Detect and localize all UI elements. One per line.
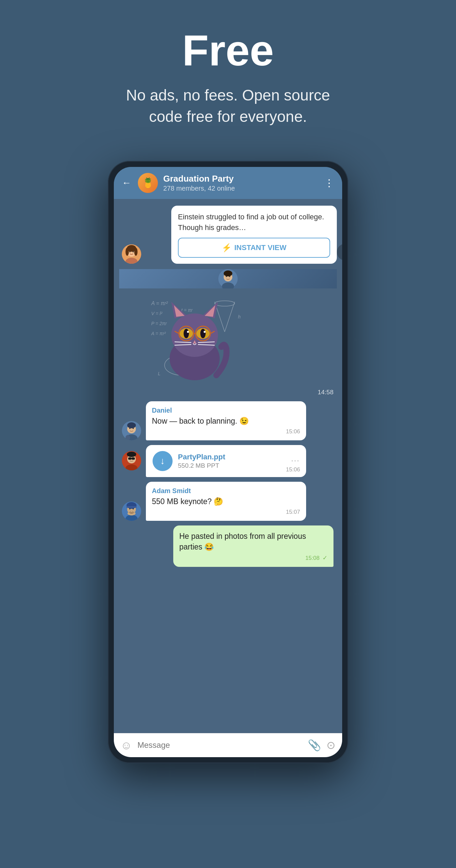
file-more-button[interactable]: ⋯ <box>291 456 299 466</box>
file-info: PartyPlan.ppt 550.2 MB PPT <box>178 453 285 469</box>
svg-point-38 <box>200 329 206 338</box>
sticker-time: 14:58 <box>145 389 337 396</box>
emoji-button[interactable]: ☺ <box>121 739 132 752</box>
group-avatar-emoji: 🍍 <box>142 177 154 188</box>
group-info: Graduation Party 278 members, 42 online <box>163 174 317 192</box>
hero-title: Free <box>13 27 443 74</box>
phone-inner: ← 🍍 Graduation Party 278 members, 42 onl… <box>114 167 342 757</box>
sticker-inner: A = πr² V = l² P = 2πr A = πr² t = πr θ <box>145 288 251 389</box>
message-checkmark: ✓ <box>323 555 328 561</box>
article-bubble-wrapper: Einstein struggled to find a job out of … <box>145 206 337 264</box>
file-name: PartyPlan.ppt <box>178 453 285 461</box>
svg-point-39 <box>187 331 189 333</box>
chat-header: ← 🍍 Graduation Party 278 members, 42 onl… <box>114 167 342 199</box>
adam-avatar-svg <box>122 501 141 521</box>
group-name: Graduation Party <box>163 174 317 184</box>
daniel-message-time: 15:06 <box>152 428 300 435</box>
daniel-message-text: Now — back to planning. 😉 <box>152 416 300 426</box>
own-message-row: He pasted in photos from all previous pa… <box>119 525 337 567</box>
user-avatar-adam <box>122 501 141 521</box>
article-text: Einstein struggled to find a job out of … <box>178 212 330 233</box>
daniel-avatar-svg <box>122 421 141 440</box>
svg-point-40 <box>204 331 206 333</box>
daniel-message-bubble: Daniel Now — back to planning. 😉 15:06 <box>146 401 306 440</box>
group-meta: 278 members, 42 online <box>163 185 317 192</box>
article-message-row: Einstein struggled to find a job out of … <box>119 206 337 264</box>
svg-point-66 <box>127 452 136 457</box>
user-avatar-boy1-sticker <box>119 269 337 288</box>
adam-message-time: 15:07 <box>152 509 300 516</box>
instant-view-button[interactable]: ⚡ INSTANT VIEW <box>178 238 330 258</box>
adam-message-row: Adam Smidt 550 MB keynote? 🤔 15:07 <box>119 482 337 521</box>
svg-text:h: h <box>238 314 241 319</box>
message-input[interactable] <box>138 741 302 750</box>
file-message-row: ↓ PartyPlan.ppt 550.2 MB PPT ⋯ 15:06 <box>119 445 337 477</box>
svg-point-37 <box>184 329 189 338</box>
hero-section: Free No ads, no fees. Open source code f… <box>0 0 456 148</box>
cat-sticker-svg <box>155 295 235 382</box>
sticker-timestamp: 14:58 <box>317 389 333 396</box>
svg-point-6 <box>125 248 129 256</box>
camera-button[interactable]: ⊙ <box>327 739 335 751</box>
own-message-bubble: He pasted in photos from all previous pa… <box>173 525 333 567</box>
share-button[interactable]: ↪ <box>337 244 342 260</box>
svg-point-56 <box>127 422 136 428</box>
svg-point-57 <box>125 435 130 440</box>
avatar-girl-svg <box>122 244 141 264</box>
own-message-text: He pasted in photos from all previous pa… <box>179 531 328 552</box>
back-button[interactable]: ← <box>121 176 132 190</box>
adam-message-text: 550 MB keynote? 🤔 <box>152 496 300 507</box>
attach-button[interactable]: 📎 <box>308 739 321 751</box>
chat-area: Einstein struggled to find a job out of … <box>114 199 342 733</box>
user-avatar-file-sender <box>122 451 141 470</box>
file-sender-avatar-svg <box>122 451 141 470</box>
svg-point-30 <box>171 313 218 357</box>
user-avatar-daniel <box>122 421 141 440</box>
adam-sender-name: Adam Smidt <box>152 487 300 495</box>
file-message-time: 15:06 <box>286 466 300 473</box>
svg-rect-64 <box>131 457 135 460</box>
svg-rect-63 <box>128 457 131 460</box>
sticker-container: A = πr² V = l² P = 2πr A = πr² t = πr θ <box>145 288 337 396</box>
own-message-time: 15:08 ✓ <box>179 554 328 561</box>
svg-rect-73 <box>126 506 136 508</box>
file-download-button[interactable]: ↓ <box>153 451 173 471</box>
group-avatar: 🍍 <box>138 173 158 193</box>
message-input-bar: ☺ 📎 ⊙ <box>114 733 342 757</box>
sticker-message-row: A = πr² V = l² P = 2πr A = πr² t = πr θ <box>119 269 337 396</box>
article-bubble: Einstein struggled to find a job out of … <box>171 206 337 264</box>
daniel-message-row: Daniel Now — back to planning. 😉 15:06 <box>119 401 337 440</box>
hero-subtitle: No ads, no fees. Open source code free f… <box>111 85 345 127</box>
file-message-bubble: ↓ PartyPlan.ppt 550.2 MB PPT ⋯ 15:06 <box>146 445 306 477</box>
user-avatar-girl <box>122 244 141 264</box>
svg-point-7 <box>134 248 138 256</box>
avatar-boy1-svg <box>218 269 238 288</box>
svg-point-13 <box>224 271 232 276</box>
phone-outer: ← 🍍 Graduation Party 278 members, 42 onl… <box>108 161 348 763</box>
download-icon: ↓ <box>160 456 165 466</box>
more-button[interactable]: ⋮ <box>323 176 335 190</box>
lightning-icon: ⚡ <box>222 243 232 252</box>
daniel-sender-name: Daniel <box>152 407 300 414</box>
adam-message-bubble: Adam Smidt 550 MB keynote? 🤔 15:07 <box>146 482 306 521</box>
instant-view-label: INSTANT VIEW <box>234 243 286 252</box>
phone-mockup: ← 🍍 Graduation Party 278 members, 42 onl… <box>108 161 348 763</box>
file-size: 550.2 MB PPT <box>178 462 285 469</box>
